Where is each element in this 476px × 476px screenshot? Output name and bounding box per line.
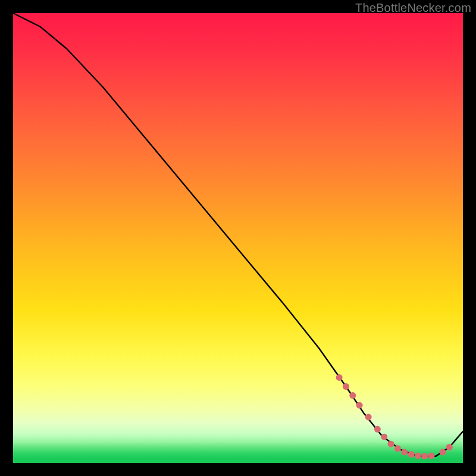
marker-dot: [421, 453, 428, 459]
marker-dot: [374, 426, 381, 433]
marker-dot: [446, 444, 453, 450]
curve-line: [13, 13, 463, 456]
marker-dot: [381, 434, 387, 440]
marker-dot: [415, 452, 421, 459]
watermark-text: TheBottleNecker.com: [355, 1, 471, 15]
marker-dot: [408, 451, 415, 458]
marker-dot: [343, 383, 349, 390]
marker-dot: [428, 452, 435, 459]
marker-dot: [388, 441, 394, 447]
marker-dot: [349, 392, 356, 399]
marker-dot: [336, 374, 343, 381]
marker-dot: [440, 449, 446, 455]
marker-dot: [401, 449, 408, 455]
chart-stage: TheBottleNecker.com: [0, 0, 476, 476]
marker-dot: [365, 414, 372, 420]
marker-group: [336, 374, 453, 459]
marker-dot: [356, 402, 363, 409]
chart-plot-area: [13, 13, 463, 463]
chart-svg: [13, 13, 463, 463]
marker-dot: [394, 445, 401, 452]
